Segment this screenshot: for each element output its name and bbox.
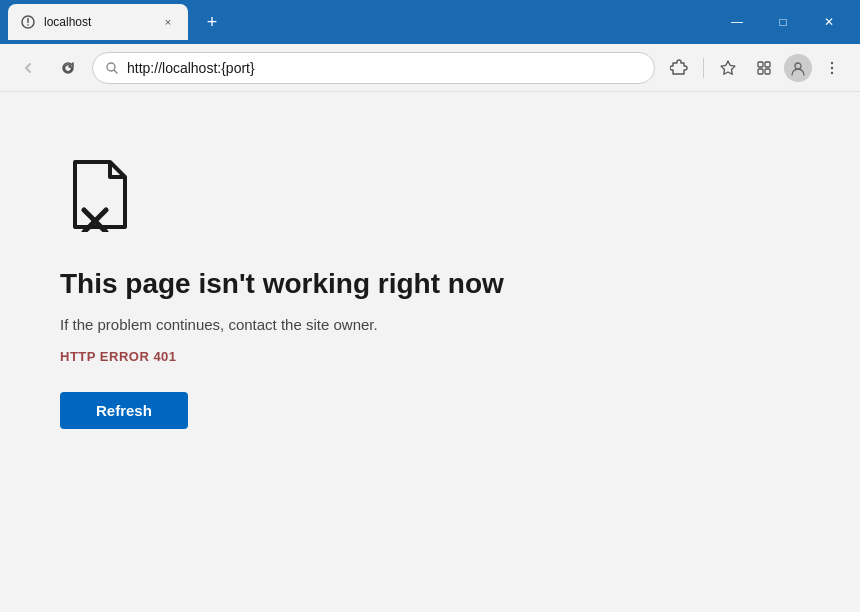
svg-rect-6 xyxy=(765,62,770,67)
browser-window: localhost × + — □ ✕ xyxy=(0,0,860,612)
title-bar: localhost × + — □ ✕ xyxy=(0,0,860,44)
window-controls: — □ ✕ xyxy=(714,6,852,38)
http-error-code: HTTP ERROR 401 xyxy=(60,349,800,364)
refresh-button[interactable] xyxy=(52,52,84,84)
svg-point-12 xyxy=(831,71,833,73)
toolbar-actions xyxy=(663,52,848,84)
collections-button[interactable] xyxy=(748,52,780,84)
error-icon xyxy=(60,152,800,236)
new-tab-button[interactable]: + xyxy=(196,6,228,38)
tab-title: localhost xyxy=(44,15,152,29)
svg-rect-7 xyxy=(758,69,763,74)
maximize-button[interactable]: □ xyxy=(760,6,806,38)
error-heading: This page isn't working right now xyxy=(60,268,800,300)
profile-button[interactable] xyxy=(784,54,812,82)
error-subtext: If the problem continues, contact the si… xyxy=(60,316,800,333)
svg-line-4 xyxy=(114,70,117,73)
url-input[interactable] xyxy=(127,60,642,76)
svg-point-10 xyxy=(831,61,833,63)
back-button[interactable] xyxy=(12,52,44,84)
page-content: This page isn't working right now If the… xyxy=(0,92,860,612)
menu-button[interactable] xyxy=(816,52,848,84)
refresh-page-button[interactable]: Refresh xyxy=(60,392,188,429)
svg-rect-8 xyxy=(765,69,770,74)
favorites-button[interactable] xyxy=(712,52,744,84)
minimize-button[interactable]: — xyxy=(714,6,760,38)
svg-point-9 xyxy=(795,63,801,69)
close-button[interactable]: ✕ xyxy=(806,6,852,38)
svg-rect-5 xyxy=(758,62,763,67)
svg-point-2 xyxy=(27,24,29,26)
extensions-button[interactable] xyxy=(663,52,695,84)
search-icon xyxy=(105,61,119,75)
toolbar xyxy=(0,44,860,92)
tab-favicon-icon xyxy=(20,14,36,30)
address-bar[interactable] xyxy=(92,52,655,84)
toolbar-divider xyxy=(703,58,704,78)
browser-tab[interactable]: localhost × xyxy=(8,4,188,40)
svg-point-11 xyxy=(831,66,833,68)
tab-close-button[interactable]: × xyxy=(160,14,176,30)
